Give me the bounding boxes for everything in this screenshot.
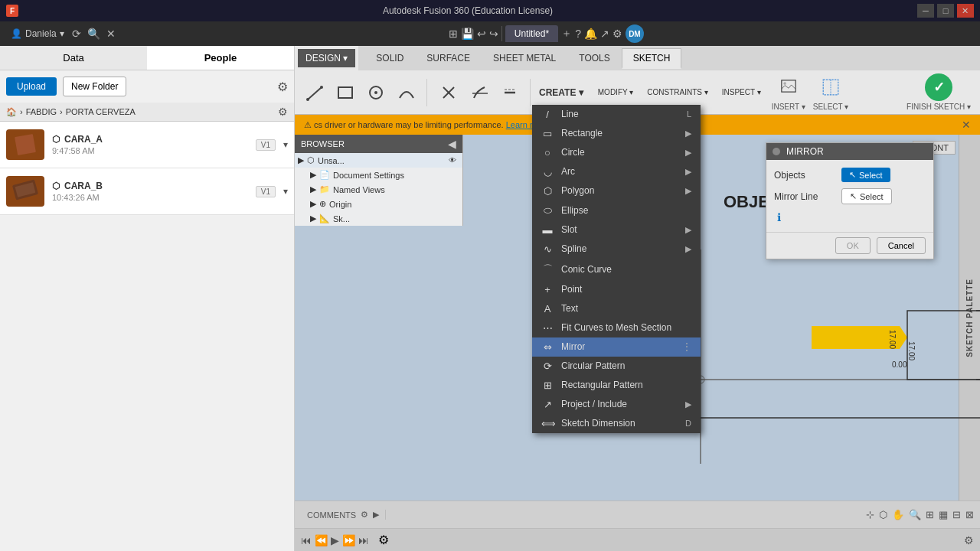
avatar[interactable]: DM [626, 24, 644, 43]
comments-settings-icon[interactable]: ⚙ [361, 510, 368, 520]
user-menu[interactable]: 👤 Daniela ▾ [6, 28, 69, 39]
comments-collapse-icon[interactable]: ▶ [373, 510, 379, 520]
settings-button[interactable]: ⚙ [612, 28, 622, 40]
view-icon[interactable]: ⊠ [965, 509, 974, 520]
search-button[interactable]: 🔍 [87, 28, 100, 40]
browser-item-unsaved[interactable]: ▶ ⬡ Unsa... 👁 [295, 153, 462, 168]
help-button[interactable]: ? [575, 28, 581, 40]
objects-select-button[interactable]: ↖ Select [841, 168, 890, 182]
menu-item-circle[interactable]: ○ Circle ▶ [532, 143, 701, 162]
inspect-button[interactable]: INSPECT ▾ [716, 79, 767, 106]
save-button[interactable]: 💾 [461, 28, 474, 40]
menu-item-project[interactable]: ↗ Project / Include ▶ [532, 395, 701, 414]
chevron-down-icon[interactable]: ▾ [283, 139, 288, 150]
skip-end-button[interactable]: ⏭ [358, 534, 369, 546]
trim-tool-button[interactable] [435, 79, 462, 106]
ok-button[interactable]: OK [835, 237, 871, 254]
close-panel-button[interactable]: ✕ [106, 28, 116, 40]
info-icon[interactable]: ℹ [777, 211, 781, 223]
menu-item-ellipse[interactable]: ⬭ Ellipse [532, 201, 701, 220]
share-button[interactable]: ↗ [600, 28, 609, 40]
breadcrumb-porta[interactable]: PORTA CERVEZA [66, 107, 136, 116]
menu-item-rectangular-pattern[interactable]: ⊞ Rectangular Pattern [532, 376, 701, 395]
chevron-down-icon[interactable]: ▾ [283, 186, 288, 197]
menu-item-circular-pattern[interactable]: ⟳ Circular Pattern [532, 357, 701, 376]
browser-item-sketches[interactable]: ▶ 📐 Sk... [295, 211, 462, 226]
tab-people[interactable]: People [147, 46, 294, 70]
menu-item-text[interactable]: A Text [532, 299, 701, 318]
rectangle-tool-button[interactable] [332, 79, 359, 106]
menu-item-conic[interactable]: ⌒ Conic Curve [532, 259, 701, 280]
new-tab-button[interactable]: ＋ [561, 27, 572, 41]
window-controls[interactable]: ─ □ ✕ [917, 4, 974, 18]
constraints-button[interactable]: CONSTRAINTS ▾ [641, 79, 714, 106]
maximize-button[interactable]: □ [937, 4, 954, 18]
select-button[interactable] [817, 73, 844, 101]
menu-item-spline[interactable]: ∿ Spline ▶ [532, 240, 701, 259]
notification-close-button[interactable]: ✕ [962, 119, 971, 131]
line-tool-button[interactable] [301, 79, 328, 106]
insert-image-button[interactable] [775, 73, 802, 101]
create-menu-wrapper[interactable]: CREATE ▾ / Line L ▭ Rectangle ▶ [532, 83, 590, 102]
minimize-button[interactable]: ─ [917, 4, 934, 18]
more-options-icon[interactable]: ⋮ [682, 341, 691, 352]
settings-icon[interactable]: ⚙ [277, 80, 288, 94]
file-version[interactable]: V1 [256, 139, 276, 151]
menu-item-rectangle[interactable]: ▭ Rectangle ▶ [532, 124, 701, 143]
circle-tool-button[interactable] [362, 79, 390, 106]
menu-item-polygon[interactable]: ⬡ Polygon ▶ [532, 181, 701, 201]
mirror-line-select-button[interactable]: ↖ Select [841, 188, 892, 204]
menu-item-arc[interactable]: ◡ Arc ▶ [532, 162, 701, 181]
refresh-button[interactable]: ⟳ [72, 28, 81, 40]
upload-button[interactable]: Upload [6, 77, 57, 96]
browser-item-named-views[interactable]: ▶ 📁 Named Views [295, 182, 462, 197]
play-button[interactable]: ▶ [331, 534, 339, 546]
menu-item-line[interactable]: / Line L [532, 105, 701, 124]
browser-collapse-button[interactable]: ◀ [448, 138, 456, 150]
settings-gear-icon[interactable]: ⚙ [964, 534, 974, 546]
step-back-button[interactable]: ⏪ [315, 534, 328, 546]
browser-item-document[interactable]: ▶ 📄 Document Settings [295, 168, 462, 182]
eye-icon[interactable]: 👁 [449, 156, 456, 165]
offset-tool-button[interactable] [496, 79, 524, 106]
browser-item-origin[interactable]: ▶ ⊕ Origin [295, 197, 462, 211]
select-tool-icon[interactable]: ⊹ [866, 509, 874, 520]
breadcrumb-fabdig[interactable]: FABDIG [26, 107, 57, 116]
new-folder-button[interactable]: New Folder [63, 77, 126, 96]
tab-solid[interactable]: SOLID [364, 48, 415, 68]
pan-icon[interactable]: ✋ [892, 509, 904, 520]
menu-item-point[interactable]: + Point [532, 280, 701, 299]
skip-start-button[interactable]: ⏮ [301, 534, 312, 546]
display-icon[interactable]: ▦ [939, 509, 948, 520]
redo-button[interactable]: ↪ [489, 28, 498, 40]
breadcrumb-settings-icon[interactable]: ⚙ [278, 106, 288, 118]
design-button[interactable]: DESIGN ▾ [298, 49, 355, 67]
notification-bell[interactable]: 🔔 [584, 28, 597, 40]
apps-grid-icon[interactable]: ⊞ [449, 28, 458, 40]
step-forward-button[interactable]: ⏩ [342, 534, 355, 546]
tab-tools[interactable]: TOOLS [567, 48, 621, 68]
breadcrumb-home-icon[interactable]: 🏠 [6, 107, 17, 117]
menu-item-sketch-dim[interactable]: ⟺ Sketch Dimension D [532, 414, 701, 433]
timeline-tool-icon[interactable]: ⚙ [378, 533, 389, 547]
menu-item-fit-curves[interactable]: ⋯ Fit Curves to Mesh Section [532, 318, 701, 337]
cube-icon[interactable]: ⬡ [879, 509, 887, 520]
zoom-icon[interactable]: 🔍 [909, 509, 921, 520]
arc-tool-button[interactable] [393, 79, 420, 106]
modify-button[interactable]: MODIFY ▾ [592, 79, 639, 106]
menu-item-mirror[interactable]: ⇔ Mirror ⋮ [532, 337, 701, 357]
grid-icon[interactable]: ⊟ [952, 509, 961, 520]
extend-tool-button[interactable] [466, 79, 493, 106]
menu-item-slot[interactable]: ▬ Slot ▶ [532, 220, 701, 240]
active-tab[interactable]: Untitled* [505, 25, 558, 42]
undo-button[interactable]: ↩ [477, 28, 486, 40]
finish-sketch-button[interactable]: ✓ [925, 73, 952, 101]
file-version[interactable]: V1 [256, 186, 276, 197]
tab-sketch[interactable]: SKETCH [622, 48, 682, 69]
tab-surface[interactable]: SURFACE [415, 48, 482, 68]
tab-sheet-metal[interactable]: SHEET METAL [482, 48, 567, 68]
create-button[interactable]: CREATE ▾ [532, 83, 590, 102]
close-button[interactable]: ✕ [957, 4, 974, 18]
tab-data[interactable]: Data [0, 46, 147, 70]
cancel-button[interactable]: Cancel [877, 237, 926, 254]
